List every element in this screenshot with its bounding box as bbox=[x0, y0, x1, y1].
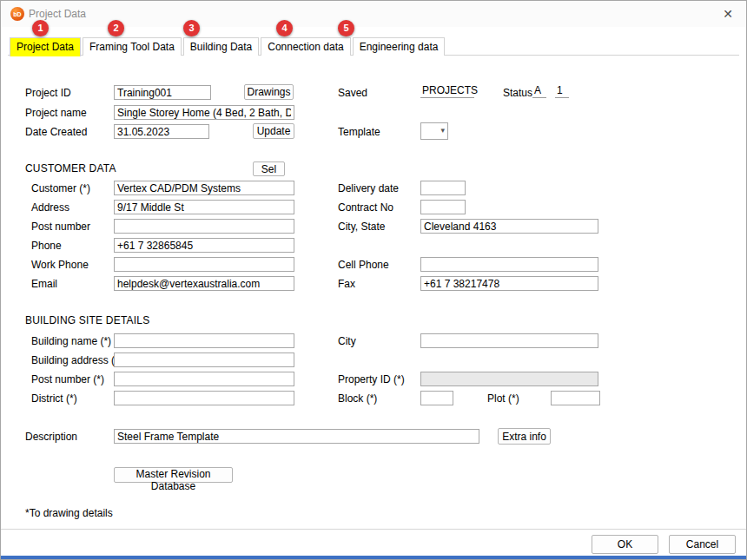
master-revision-database-button[interactable]: Master Revision Database bbox=[114, 467, 233, 483]
property-id-input bbox=[420, 372, 598, 386]
extra-info-button[interactable]: Extra info bbox=[498, 428, 551, 445]
email-label: Email bbox=[31, 278, 57, 290]
plot-label: Plot (*) bbox=[487, 392, 519, 405]
site-post-number-input[interactable] bbox=[114, 372, 294, 386]
post-number-input[interactable] bbox=[114, 219, 294, 234]
site-city-label: City bbox=[338, 335, 356, 347]
window-title: Project Data bbox=[29, 8, 86, 20]
status-1-value: 1 bbox=[555, 84, 569, 98]
date-created-input[interactable] bbox=[114, 124, 209, 139]
block-label: Block (*) bbox=[338, 392, 377, 405]
status-label: Status bbox=[503, 87, 532, 99]
address-input[interactable] bbox=[114, 200, 294, 214]
badge-1: 1 bbox=[32, 20, 49, 36]
template-dropdown[interactable]: ▾ bbox=[420, 122, 448, 140]
phone-label: Phone bbox=[31, 240, 62, 252]
building-address-input[interactable] bbox=[114, 352, 294, 367]
building-name-label: Building name (*) bbox=[31, 335, 111, 347]
district-input[interactable] bbox=[114, 391, 294, 405]
badge-2: 2 bbox=[108, 20, 124, 36]
district-label: District (*) bbox=[31, 392, 77, 405]
fax-label: Fax bbox=[338, 278, 355, 290]
ok-button[interactable]: OK bbox=[592, 535, 658, 554]
project-id-label: Project ID bbox=[25, 87, 71, 99]
block-input[interactable] bbox=[420, 391, 453, 405]
customer-data-section-title: CUSTOMER DATA bbox=[25, 162, 116, 175]
saved-value: PROJECTS bbox=[420, 84, 474, 98]
date-created-label: Date Created bbox=[25, 126, 87, 138]
email-input[interactable] bbox=[114, 276, 294, 291]
building-name-input[interactable] bbox=[114, 333, 294, 348]
delivery-date-input[interactable] bbox=[420, 181, 466, 195]
tab-strip: Project Data Framing Tool Data Building … bbox=[10, 37, 446, 56]
post-number-label: Post number bbox=[31, 221, 90, 233]
footer-divider bbox=[1, 529, 746, 530]
building-site-details-section-title: BUILDING SITE DETAILS bbox=[25, 314, 149, 326]
delivery-date-label: Delivery date bbox=[338, 182, 399, 194]
plot-input[interactable] bbox=[551, 391, 600, 405]
badge-3: 3 bbox=[183, 20, 200, 36]
contract-no-input[interactable] bbox=[420, 200, 466, 214]
cancel-button[interactable]: Cancel bbox=[669, 535, 736, 554]
close-icon[interactable]: ✕ bbox=[720, 6, 736, 22]
cell-phone-label: Cell Phone bbox=[338, 259, 389, 271]
phone-input[interactable] bbox=[114, 238, 294, 253]
project-name-input[interactable] bbox=[114, 105, 294, 120]
cell-phone-input[interactable] bbox=[420, 257, 598, 272]
customer-input[interactable] bbox=[114, 181, 294, 195]
address-label: Address bbox=[31, 201, 69, 214]
site-city-input[interactable] bbox=[420, 333, 598, 348]
tab-engineering-data[interactable]: Engineering data bbox=[353, 37, 446, 56]
update-button[interactable]: Update bbox=[253, 123, 294, 139]
site-post-number-label: Post number (*) bbox=[31, 373, 104, 385]
sel-button[interactable]: Sel bbox=[253, 161, 285, 176]
city-state-label: City, State bbox=[338, 221, 385, 233]
tab-building-data[interactable]: Building Data bbox=[183, 37, 259, 56]
saved-label: Saved bbox=[338, 87, 367, 99]
city-state-input[interactable] bbox=[420, 219, 598, 234]
drawings-button[interactable]: Drawings bbox=[244, 84, 294, 100]
badge-5: 5 bbox=[338, 20, 354, 36]
project-id-input[interactable] bbox=[114, 85, 211, 100]
app-logo-icon: bD bbox=[10, 7, 24, 21]
fax-input[interactable] bbox=[420, 276, 598, 291]
description-input[interactable] bbox=[114, 429, 479, 444]
project-name-label: Project name bbox=[25, 107, 87, 119]
contract-no-label: Contract No bbox=[338, 201, 393, 214]
tab-project-data[interactable]: Project Data bbox=[10, 37, 81, 56]
work-phone-label: Work Phone bbox=[31, 259, 89, 271]
badge-4: 4 bbox=[276, 20, 293, 36]
tab-framing-tool-data[interactable]: Framing Tool Data bbox=[83, 37, 182, 56]
customer-label: Customer (*) bbox=[31, 182, 90, 194]
description-label: Description bbox=[25, 431, 77, 443]
property-id-label: Property ID (*) bbox=[338, 373, 405, 385]
window-bottom-edge bbox=[1, 556, 746, 559]
footnote: *To drawing details bbox=[25, 507, 113, 519]
chevron-down-icon: ▾ bbox=[440, 126, 445, 135]
building-address-label: Building address (*) bbox=[31, 354, 122, 366]
template-label: Template bbox=[338, 126, 380, 138]
status-a-value: A bbox=[532, 84, 546, 98]
tab-connection-data[interactable]: Connection data bbox=[261, 37, 350, 56]
project-data-dialog: bD Project Data ✕ 1 2 3 4 5 Project Data… bbox=[0, 0, 747, 560]
work-phone-input[interactable] bbox=[114, 257, 294, 272]
